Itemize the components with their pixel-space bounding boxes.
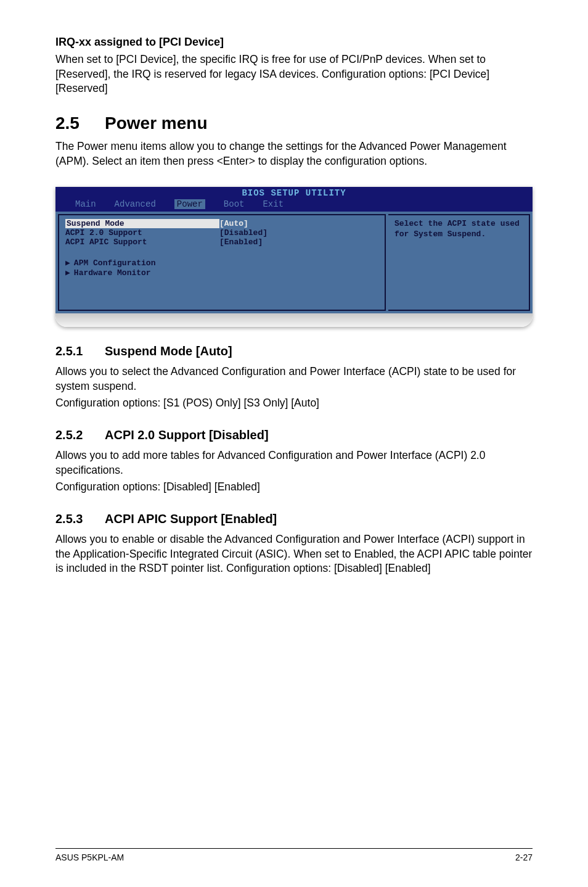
page-footer: ASUS P5KPL-AM 2-27 xyxy=(55,848,533,862)
bios-tab-power[interactable]: Power xyxy=(174,199,205,209)
bios-tab-boot[interactable]: Boot xyxy=(224,199,245,209)
bios-bottom-edge xyxy=(55,313,533,327)
s251-opts: Configuration options: [S1 (POS) Only] [… xyxy=(55,396,533,411)
bios-sub-label: APM Configuration xyxy=(74,258,156,268)
power-menu-title: Power menu xyxy=(105,113,207,133)
s253-body: Allows you to enable or disable the Adva… xyxy=(55,532,533,576)
bios-row-acpi20[interactable]: ACPI 2.0 Support [Disabled] xyxy=(65,228,378,237)
footer-left: ASUS P5KPL-AM xyxy=(55,852,124,862)
footer-right: 2-27 xyxy=(515,852,533,862)
s253-title: ACPI APIC Support [Enabled] xyxy=(105,512,277,526)
s253-number: 2.5.3 xyxy=(55,512,105,526)
power-menu-intro: The Power menu items allow you to change… xyxy=(55,139,533,168)
bios-tab-advanced[interactable]: Advanced xyxy=(115,199,156,209)
s252-number: 2.5.2 xyxy=(55,428,105,442)
s251-number: 2.5.1 xyxy=(55,344,105,358)
bios-tab-main[interactable]: Main xyxy=(75,199,96,209)
bios-title: BIOS SETUP UTILITY xyxy=(55,187,533,198)
bios-body: Suspend Mode [Auto] ACPI 2.0 Support [Di… xyxy=(55,212,533,313)
bios-row-label: ACPI APIC Support xyxy=(65,237,219,247)
s252-opts: Configuration options: [Disabled] [Enabl… xyxy=(55,480,533,495)
bios-row-apic[interactable]: ACPI APIC Support [Enabled] xyxy=(65,237,378,247)
bios-left-pane: Suspend Mode [Auto] ACPI 2.0 Support [Di… xyxy=(58,214,386,311)
bios-row-label: Suspend Mode xyxy=(65,219,219,228)
bios-tab-bar: Main Advanced Power Boot Exit xyxy=(55,198,533,212)
s252-body: Allows you to add more tables for Advanc… xyxy=(55,448,533,477)
bios-tab-exit[interactable]: Exit xyxy=(263,199,284,209)
bios-screenshot: BIOS SETUP UTILITY Main Advanced Power B… xyxy=(55,187,533,327)
bios-help-pane: Select the ACPI state used for System Su… xyxy=(388,214,530,311)
bios-sub-label: Hardware Monitor xyxy=(74,268,151,278)
bios-sub-hw[interactable]: ▶Hardware Monitor xyxy=(65,268,378,278)
s251-title: Suspend Mode [Auto] xyxy=(105,344,232,358)
s251-heading: 2.5.1Suspend Mode [Auto] xyxy=(55,344,533,358)
irq-body: When set to [PCI Device], the specific I… xyxy=(55,52,533,96)
triangle-right-icon: ▶ xyxy=(65,268,70,278)
bios-row-value: [Auto] xyxy=(219,219,248,228)
s251-body: Allows you to select the Advanced Config… xyxy=(55,365,533,394)
s252-heading: 2.5.2ACPI 2.0 Support [Disabled] xyxy=(55,428,533,442)
irq-heading: IRQ-xx assigned to [PCI Device] xyxy=(55,36,533,49)
bios-row-value: [Enabled] xyxy=(219,237,263,247)
s252-title: ACPI 2.0 Support [Disabled] xyxy=(105,428,269,442)
s253-heading: 2.5.3ACPI APIC Support [Enabled] xyxy=(55,512,533,526)
bios-sub-apm[interactable]: ▶APM Configuration xyxy=(65,258,378,268)
power-menu-number: 2.5 xyxy=(55,113,105,133)
bios-row-value: [Disabled] xyxy=(219,228,267,237)
power-menu-heading: 2.5Power menu xyxy=(55,113,533,133)
bios-submenus: ▶APM Configuration ▶Hardware Monitor xyxy=(65,258,378,278)
bios-row-label: ACPI 2.0 Support xyxy=(65,228,219,237)
triangle-right-icon: ▶ xyxy=(65,258,70,268)
bios-row-suspend[interactable]: Suspend Mode [Auto] xyxy=(65,219,378,228)
